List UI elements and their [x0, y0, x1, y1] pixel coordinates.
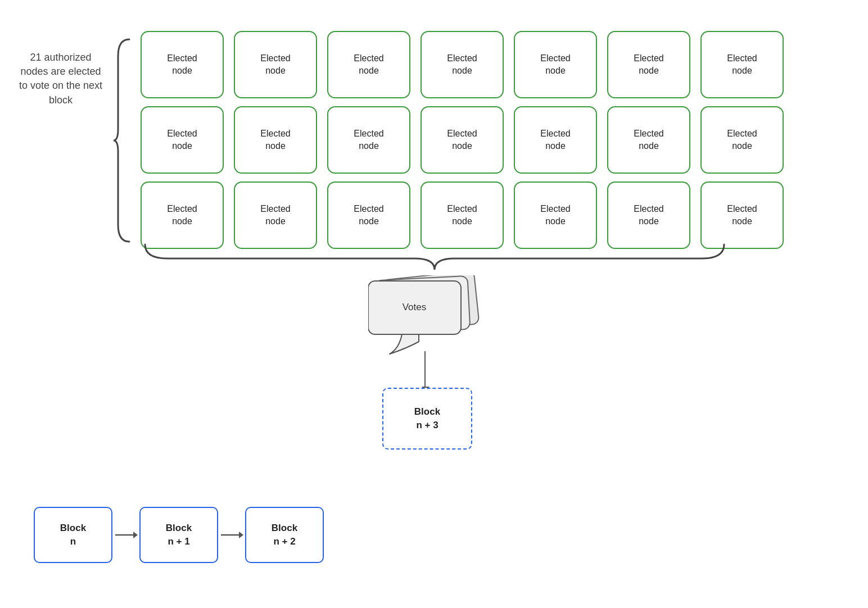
votes-stack: Votes [368, 275, 481, 354]
elected-node-19: Electednode [514, 182, 597, 249]
votes-cards-svg: Votes [368, 275, 486, 357]
elected-node-13: Electednode [607, 106, 690, 174]
elected-node-8: Electednode [141, 106, 224, 174]
block-n3-label: Blockn + 3 [414, 405, 440, 432]
elected-node-1: Electednode [141, 31, 224, 98]
elected-node-12: Electednode [514, 106, 597, 174]
elected-node-7: Electednode [700, 31, 784, 98]
block-n2: Blockn + 2 [245, 507, 324, 563]
svg-text:Votes: Votes [403, 302, 427, 312]
elected-node-18: Electednode [421, 182, 504, 249]
block-n1: Blockn + 1 [139, 507, 218, 563]
bottom-curly-brace [139, 242, 730, 273]
arrow-n-to-n1 [112, 530, 139, 540]
elected-node-17: Electednode [327, 182, 410, 249]
elected-node-5: Electednode [514, 31, 597, 98]
elected-node-6: Electednode [607, 31, 690, 98]
side-label: 21 authorized nodes are elected to vote … [16, 51, 106, 107]
diagram: 21 authorized nodes are elected to vote … [0, 0, 868, 608]
block-n: Blockn [34, 507, 112, 563]
left-curly-brace [112, 34, 134, 247]
elected-node-10: Electednode [327, 106, 410, 174]
elected-node-21: Electednode [700, 182, 784, 249]
elected-node-2: Electednode [234, 31, 317, 98]
elected-node-4: Electednode [421, 31, 504, 98]
elected-node-11: Electednode [421, 106, 504, 174]
elected-node-15: Electednode [141, 182, 224, 249]
elected-node-16: Electednode [234, 182, 317, 249]
block-chain: Blockn Blockn + 1 Blockn + 2 [34, 507, 324, 563]
elected-node-20: Electednode [607, 182, 690, 249]
arrow-n1-to-n2 [218, 530, 245, 540]
elected-node-3: Electednode [327, 31, 410, 98]
svg-marker-5 [133, 532, 138, 538]
arrow-to-block-n3 [424, 351, 426, 388]
elected-node-9: Electednode [234, 106, 317, 174]
block-n3: Blockn + 3 [382, 388, 472, 450]
node-grid: Electednode Electednode Electednode Elec… [141, 31, 784, 249]
elected-node-14: Electednode [700, 106, 784, 174]
svg-marker-7 [239, 532, 243, 538]
